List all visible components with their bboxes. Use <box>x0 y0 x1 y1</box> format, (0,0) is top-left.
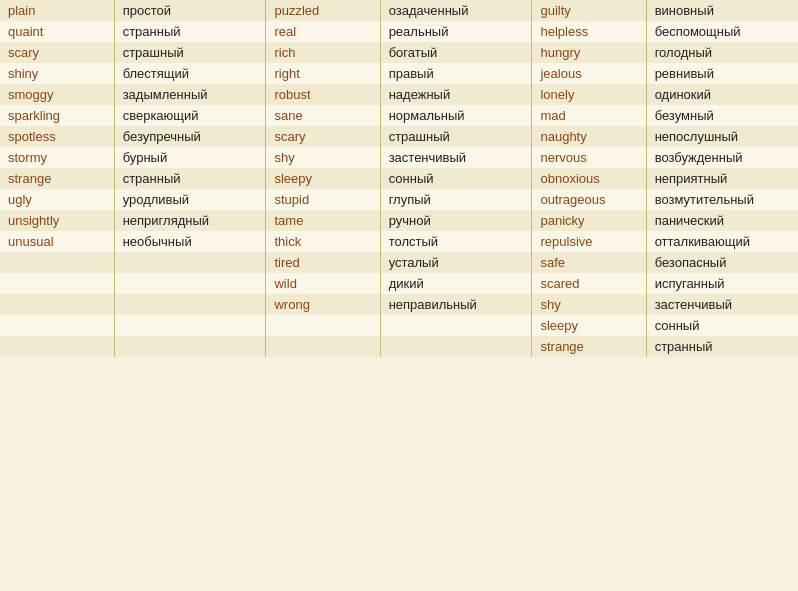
cell-en-5-0: sparkling <box>0 105 114 126</box>
cell-ru-9-2: возмутительный <box>646 189 798 210</box>
cell-en-12-0 <box>0 252 114 273</box>
cell-ru-12-1: усталый <box>380 252 532 273</box>
cell-en-8-2: obnoxious <box>532 168 646 189</box>
cell-ru-16-2: странный <box>646 336 798 357</box>
cell-en-12-2: safe <box>532 252 646 273</box>
table-row: sleepyсонный <box>0 315 798 336</box>
table-row: sparklingсверкающийsaneнормальныйmadбезу… <box>0 105 798 126</box>
cell-ru-7-0: бурный <box>114 147 266 168</box>
cell-en-13-1: wild <box>266 273 380 294</box>
cell-ru-14-0 <box>114 294 266 315</box>
table-row: stormyбурныйshyзастенчивыйnervousвозбужд… <box>0 147 798 168</box>
cell-ru-12-0 <box>114 252 266 273</box>
cell-en-16-0 <box>0 336 114 357</box>
cell-en-0-0: plain <box>0 0 114 21</box>
cell-en-7-1: shy <box>266 147 380 168</box>
cell-en-0-2: guilty <box>532 0 646 21</box>
cell-ru-9-0: уродливый <box>114 189 266 210</box>
cell-en-2-1: rich <box>266 42 380 63</box>
cell-ru-2-1: богатый <box>380 42 532 63</box>
cell-en-14-0 <box>0 294 114 315</box>
cell-ru-7-2: возбужденный <box>646 147 798 168</box>
cell-en-3-1: right <box>266 63 380 84</box>
cell-ru-16-0 <box>114 336 266 357</box>
cell-en-4-1: robust <box>266 84 380 105</box>
cell-ru-8-2: неприятный <box>646 168 798 189</box>
cell-ru-1-0: странный <box>114 21 266 42</box>
cell-en-16-2: strange <box>532 336 646 357</box>
cell-en-8-0: strange <box>0 168 114 189</box>
cell-ru-6-1: страшный <box>380 126 532 147</box>
cell-ru-4-2: одинокий <box>646 84 798 105</box>
cell-en-5-2: mad <box>532 105 646 126</box>
table-row: smoggyзадымленныйrobustнадежныйlonelyоди… <box>0 84 798 105</box>
cell-en-10-0: unsightly <box>0 210 114 231</box>
cell-en-1-2: helpless <box>532 21 646 42</box>
table-row: strangeстранныйsleepyсонныйobnoxiousнепр… <box>0 168 798 189</box>
table-row: scaryстрашныйrichбогатыйhungryголодный <box>0 42 798 63</box>
cell-ru-5-0: сверкающий <box>114 105 266 126</box>
table-row: quaintстранныйrealреальныйhelplessбеспом… <box>0 21 798 42</box>
cell-en-11-2: repulsive <box>532 231 646 252</box>
cell-ru-9-1: глупый <box>380 189 532 210</box>
cell-ru-1-2: беспомощный <box>646 21 798 42</box>
cell-en-5-1: sane <box>266 105 380 126</box>
table-row: wildдикийscaredиспуганный <box>0 273 798 294</box>
cell-en-16-1 <box>266 336 380 357</box>
cell-ru-13-1: дикий <box>380 273 532 294</box>
cell-ru-7-1: застенчивый <box>380 147 532 168</box>
cell-ru-5-1: нормальный <box>380 105 532 126</box>
table-row: plainпростойpuzzledозадаченныйguiltyвино… <box>0 0 798 21</box>
cell-en-1-0: quaint <box>0 21 114 42</box>
cell-ru-10-1: ручной <box>380 210 532 231</box>
table-row: uglyуродливыйstupidглупыйoutrageousвозму… <box>0 189 798 210</box>
cell-en-9-1: stupid <box>266 189 380 210</box>
cell-en-2-0: scary <box>0 42 114 63</box>
cell-ru-13-2: испуганный <box>646 273 798 294</box>
cell-ru-11-1: толстый <box>380 231 532 252</box>
cell-en-15-0 <box>0 315 114 336</box>
cell-en-3-2: jealous <box>532 63 646 84</box>
cell-ru-8-1: сонный <box>380 168 532 189</box>
cell-en-7-2: nervous <box>532 147 646 168</box>
table-row: tiredусталыйsafeбезопасный <box>0 252 798 273</box>
cell-ru-6-2: непослушный <box>646 126 798 147</box>
cell-en-6-1: scary <box>266 126 380 147</box>
cell-en-4-2: lonely <box>532 84 646 105</box>
cell-en-13-2: scared <box>532 273 646 294</box>
cell-ru-10-2: панический <box>646 210 798 231</box>
cell-ru-13-0 <box>114 273 266 294</box>
cell-en-4-0: smoggy <box>0 84 114 105</box>
cell-ru-11-2: отталкивающий <box>646 231 798 252</box>
cell-ru-3-1: правый <box>380 63 532 84</box>
cell-ru-3-2: ревнивый <box>646 63 798 84</box>
cell-ru-0-1: озадаченный <box>380 0 532 21</box>
cell-en-2-2: hungry <box>532 42 646 63</box>
cell-en-3-0: shiny <box>0 63 114 84</box>
cell-ru-1-1: реальный <box>380 21 532 42</box>
table-row: wrongнеправильныйshyзастенчивый <box>0 294 798 315</box>
cell-ru-3-0: блестящий <box>114 63 266 84</box>
cell-ru-4-0: задымленный <box>114 84 266 105</box>
cell-en-9-0: ugly <box>0 189 114 210</box>
table-row: strangeстранный <box>0 336 798 357</box>
cell-en-9-2: outrageous <box>532 189 646 210</box>
table-row: shinyблестящийrightправыйjealousревнивый <box>0 63 798 84</box>
cell-en-0-1: puzzled <box>266 0 380 21</box>
cell-ru-11-0: необычный <box>114 231 266 252</box>
cell-en-6-0: spotless <box>0 126 114 147</box>
vocabulary-table: plainпростойpuzzledозадаченныйguiltyвино… <box>0 0 798 357</box>
cell-en-14-2: shy <box>532 294 646 315</box>
cell-ru-5-2: безумный <box>646 105 798 126</box>
cell-en-15-2: sleepy <box>532 315 646 336</box>
cell-en-13-0 <box>0 273 114 294</box>
cell-ru-2-0: страшный <box>114 42 266 63</box>
cell-ru-15-1 <box>380 315 532 336</box>
cell-en-11-1: thick <box>266 231 380 252</box>
cell-en-15-1 <box>266 315 380 336</box>
cell-en-10-2: panicky <box>532 210 646 231</box>
cell-en-12-1: tired <box>266 252 380 273</box>
cell-ru-15-2: сонный <box>646 315 798 336</box>
table-row: unsightlyнеприглядныйtameручнойpanickyпа… <box>0 210 798 231</box>
cell-ru-16-1 <box>380 336 532 357</box>
